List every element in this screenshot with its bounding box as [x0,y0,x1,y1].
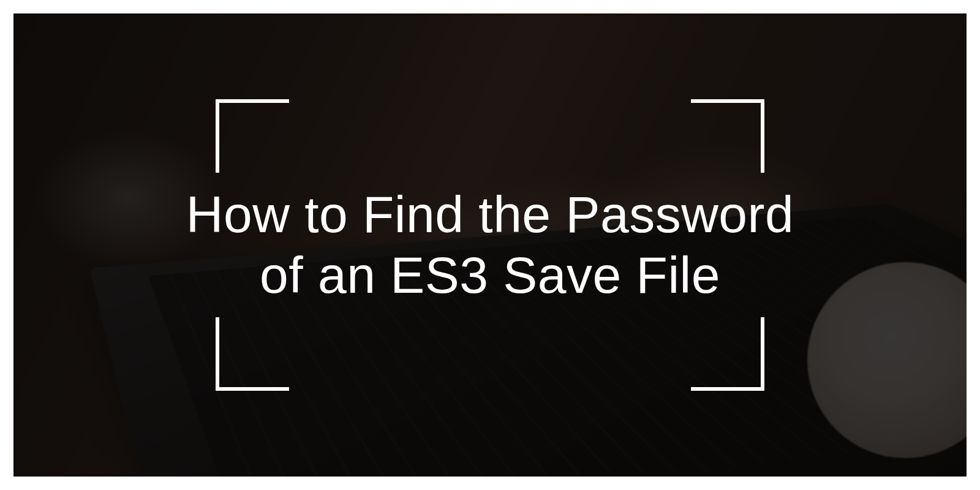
hero-banner: How to Find the Password of an ES3 Save … [13,13,967,477]
page-frame: How to Find the Password of an ES3 Save … [0,0,980,490]
hero-title: How to Find the Password of an ES3 Save … [13,13,967,477]
